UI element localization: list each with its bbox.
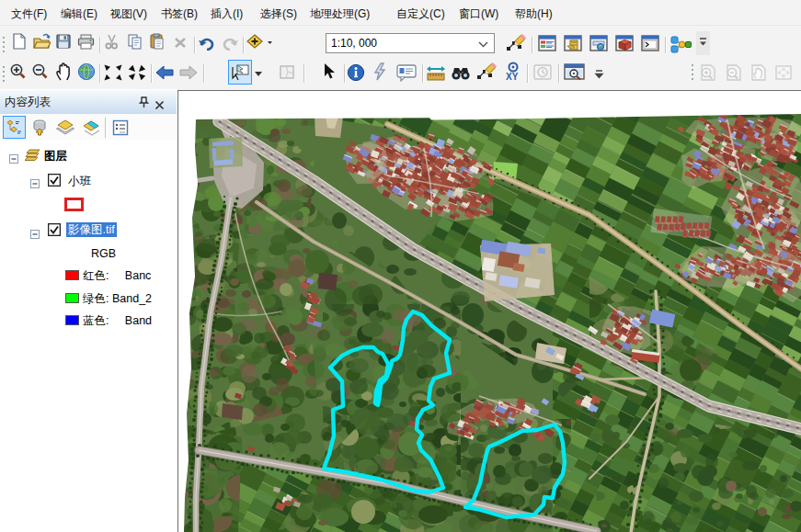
svg-text:XY: XY [506,72,519,82]
